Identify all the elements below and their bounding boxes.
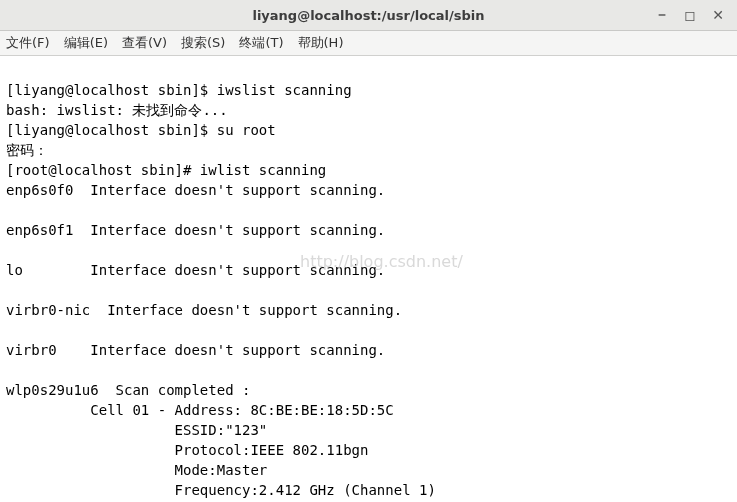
menu-search[interactable]: 搜索(S): [181, 34, 225, 52]
terminal-line: virbr0 Interface doesn't support scannin…: [6, 342, 385, 358]
menu-view[interactable]: 查看(V): [122, 34, 167, 52]
close-button[interactable]: ✕: [711, 8, 725, 22]
terminal-line: 密码：: [6, 142, 48, 158]
terminal-line: ESSID:"123": [6, 422, 267, 438]
terminal-line: virbr0-nic Interface doesn't support sca…: [6, 302, 402, 318]
window-title: liyang@localhost:/usr/local/sbin: [0, 8, 737, 23]
menu-terminal[interactable]: 终端(T): [239, 34, 283, 52]
minimize-button[interactable]: －: [655, 8, 669, 22]
menu-edit[interactable]: 编辑(E): [64, 34, 108, 52]
menu-file[interactable]: 文件(F): [6, 34, 50, 52]
terminal-output[interactable]: [liyang@localhost sbin]$ iwslist scannin…: [0, 56, 737, 502]
terminal-line: [root@localhost sbin]# iwlist scanning: [6, 162, 326, 178]
window-titlebar: liyang@localhost:/usr/local/sbin － ◻ ✕: [0, 0, 737, 31]
maximize-button[interactable]: ◻: [683, 8, 697, 22]
terminal-line: [liyang@localhost sbin]$ su root: [6, 122, 276, 138]
terminal-line: Cell 01 - Address: 8C:BE:BE:18:5D:5C: [6, 402, 394, 418]
terminal-line: wlp0s29u1u6 Scan completed :: [6, 382, 250, 398]
menu-help[interactable]: 帮助(H): [298, 34, 344, 52]
terminal-line: Mode:Master: [6, 462, 267, 478]
terminal-line: lo Interface doesn't support scanning.: [6, 262, 385, 278]
terminal-line: [liyang@localhost sbin]$ iwslist scannin…: [6, 82, 352, 98]
terminal-line: enp6s0f1 Interface doesn't support scann…: [6, 222, 385, 238]
menubar: 文件(F) 编辑(E) 查看(V) 搜索(S) 终端(T) 帮助(H): [0, 31, 737, 56]
terminal-line: enp6s0f0 Interface doesn't support scann…: [6, 182, 385, 198]
terminal-line: bash: iwslist: 未找到命令...: [6, 102, 228, 118]
window-controls: － ◻ ✕: [655, 0, 733, 30]
terminal-line: Frequency:2.412 GHz (Channel 1): [6, 482, 436, 498]
terminal-line: Protocol:IEEE 802.11bgn: [6, 442, 368, 458]
